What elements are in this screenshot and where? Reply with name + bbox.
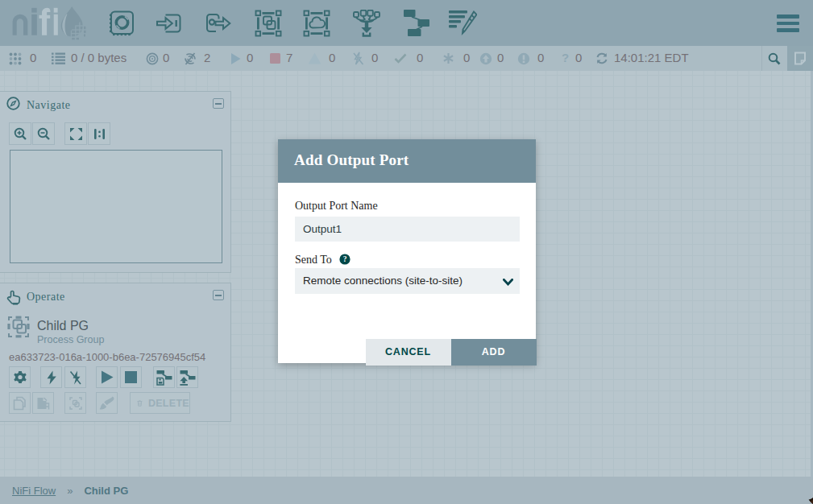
svg-text:?: ? xyxy=(343,255,347,263)
